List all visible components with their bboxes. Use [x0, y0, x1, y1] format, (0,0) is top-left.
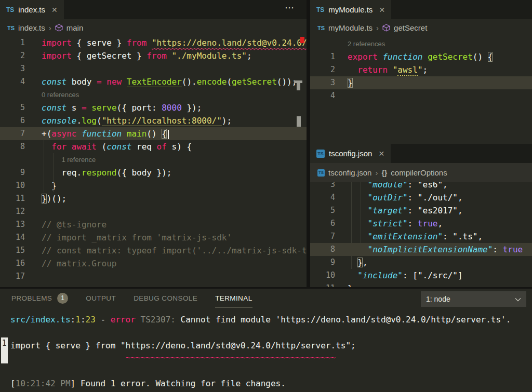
chevron-right-icon: ›: [49, 23, 51, 32]
line-number: 5: [0, 101, 25, 114]
code-line[interactable]: 4: [310, 89, 532, 102]
code-line[interactable]: 17: [0, 270, 307, 283]
terminal-line: src/index.ts:1:23 - error TS2307: Cannot…: [10, 314, 532, 326]
line-number: 16: [0, 257, 25, 270]
indent-guide: [44, 140, 44, 192]
line-number: 4: [310, 191, 335, 204]
code-line[interactable]: 6 "strict": true,: [310, 217, 532, 230]
code-line[interactable]: 1export function getSecret() {: [310, 50, 532, 63]
code-line[interactable]: 1import { serve } from "https://deno.lan…: [0, 36, 307, 49]
indent-guide: [54, 153, 54, 192]
line-number: 9: [0, 166, 25, 179]
more-actions-icon[interactable]: ⋯: [285, 2, 295, 13]
typescript-icon: TS: [7, 25, 15, 31]
breadcrumb-symbol[interactable]: main: [66, 23, 84, 32]
symbol-function-icon: [382, 24, 390, 32]
json-object-icon: {}: [381, 169, 387, 177]
line-number: [0, 88, 25, 101]
code-line[interactable]: 9 req.respond({ body });: [0, 166, 307, 179]
line-number: [0, 153, 25, 166]
tabbar-right-bottom: TS tsconfig.json ✕: [310, 144, 532, 163]
panel-tab-output[interactable]: OUTPUT: [86, 289, 116, 307]
code-line[interactable]: 12: [0, 205, 307, 218]
breadcrumb-right-top: TS myModule.ts › getSecret: [310, 19, 532, 36]
editor-group-left: TS index.ts ✕ ⋯ TS index.ts › main 1impo…: [0, 0, 307, 287]
code-line[interactable]: 16// matrix.Group: [0, 257, 307, 270]
code-line[interactable]: 9 },: [310, 256, 532, 269]
chevron-down-icon: [515, 295, 521, 303]
line-number: 6: [310, 217, 335, 230]
code-line[interactable]: 13// @ts-ignore: [0, 218, 307, 231]
terminal-output[interactable]: src/index.ts:1:23 - error TS2307: Cannot…: [0, 314, 532, 389]
code-line[interactable]: 5 "target": "es2017",: [310, 204, 532, 217]
line-number: 17: [0, 270, 25, 283]
line-number: 10: [0, 179, 25, 192]
breadcrumb-file[interactable]: tsconfig.json: [328, 168, 371, 177]
terminal-selector[interactable]: 1: node: [421, 291, 526, 307]
line-number: [310, 37, 335, 50]
line-number: 3: [310, 76, 335, 89]
typescript-icon: TS: [316, 6, 324, 13]
line-number: 7: [0, 127, 25, 140]
overview-mark: [297, 83, 300, 90]
editor-group-right-bottom: 3 "module": "es6",4 "outDir": "./out/",5…: [310, 144, 532, 287]
code-line[interactable]: 10 }: [0, 179, 307, 192]
line-number: 2: [0, 49, 25, 62]
tab-mymodule-ts[interactable]: TS myModule.ts ✕: [310, 0, 391, 19]
code-line[interactable]: 10 "include": ["./src/"]: [310, 269, 532, 282]
panel-tab-problems[interactable]: PROBLEMS 1: [11, 289, 68, 307]
breadcrumb-symbol[interactable]: getSecret: [394, 23, 427, 32]
close-icon[interactable]: ✕: [51, 6, 58, 14]
tsconfig-icon: TS: [317, 169, 325, 177]
typescript-icon: TS: [6, 6, 14, 13]
tab-index-ts[interactable]: TS index.ts ✕: [0, 0, 64, 19]
close-icon[interactable]: ✕: [378, 150, 384, 158]
line-number: 4: [0, 75, 25, 88]
code-line[interactable]: 6console.log("http://localhost:8000/");: [0, 114, 307, 127]
breadcrumb-symbol[interactable]: compilerOptions: [391, 168, 447, 177]
line-number: 9: [310, 256, 335, 269]
line-number: 11: [310, 282, 335, 287]
panel-tab-debug-console[interactable]: DEBUG CONSOLE: [134, 289, 197, 307]
breadcrumb-file[interactable]: myModule.ts: [328, 23, 373, 32]
problems-badge: 1: [57, 293, 68, 304]
typescript-icon: TS: [317, 25, 325, 31]
code-line[interactable]: 2import { getSecret } from "./myModule.t…: [0, 49, 307, 62]
line-number: 5: [310, 204, 335, 217]
code-line[interactable]: 15// const matrix: typeof import('../../…: [0, 244, 307, 257]
editor-tsconfig-json[interactable]: 3 "module": "es6",4 "outDir": "./out/",5…: [310, 178, 532, 287]
panel-tab-terminal[interactable]: TERMINAL: [215, 289, 252, 307]
code-line[interactable]: 5const s = serve({ port: 8000 });: [0, 101, 307, 114]
line-number: 13: [0, 218, 25, 231]
code-line[interactable]: 4const body = new TextEncoder().encode(g…: [0, 75, 307, 88]
code-line[interactable]: 7+(async function main() {: [0, 127, 307, 140]
code-line[interactable]: 8 "noImplicitExtensionName": true: [310, 243, 532, 256]
terminal-line: [10, 363, 532, 377]
terminal-line: import { serve } from "https://deno.land…: [10, 340, 532, 352]
code-line[interactable]: 3}: [310, 76, 532, 89]
chevron-right-icon: ›: [376, 23, 379, 32]
code-line[interactable]: 11}: [310, 282, 532, 287]
terminal-line: [10, 326, 532, 340]
close-icon[interactable]: ✕: [379, 6, 385, 14]
code-line[interactable]: 11})();: [0, 192, 307, 205]
tab-tsconfig-json[interactable]: TS tsconfig.json ✕: [310, 144, 391, 163]
editor-index-ts[interactable]: 1import { serve } from "https://deno.lan…: [0, 36, 307, 287]
codelens-line[interactable]: 1 reference: [0, 153, 307, 166]
overview-error-mark: [300, 37, 304, 43]
code-line[interactable]: 7 "emitExtension": ".ts",: [310, 230, 532, 243]
line-number: 3: [0, 62, 25, 75]
breadcrumb-file[interactable]: index.ts: [18, 23, 45, 32]
code-line[interactable]: 4 "outDir": "./out/",: [310, 191, 532, 204]
code-line[interactable]: 8 for await (const req of s) {: [0, 140, 307, 153]
codelens-line[interactable]: 2 references: [310, 37, 532, 50]
line-number: 6: [0, 114, 25, 127]
vscode-window: TS index.ts ✕ ⋯ TS index.ts › main 1impo…: [0, 0, 532, 392]
code-line[interactable]: 14// import _matrix from 'matrix-js-sdk': [0, 231, 307, 244]
code-line[interactable]: 2 return "awsl";: [310, 63, 532, 76]
code-line[interactable]: 3: [0, 62, 307, 75]
codelens-line[interactable]: 0 references: [0, 88, 307, 101]
editor-mymodule-ts[interactable]: 2 references1export function getSecret()…: [310, 37, 532, 144]
terminal-line: [10:21:42 PM] Found 1 error. Watching fo…: [10, 377, 532, 389]
line-number: 14: [0, 231, 25, 244]
